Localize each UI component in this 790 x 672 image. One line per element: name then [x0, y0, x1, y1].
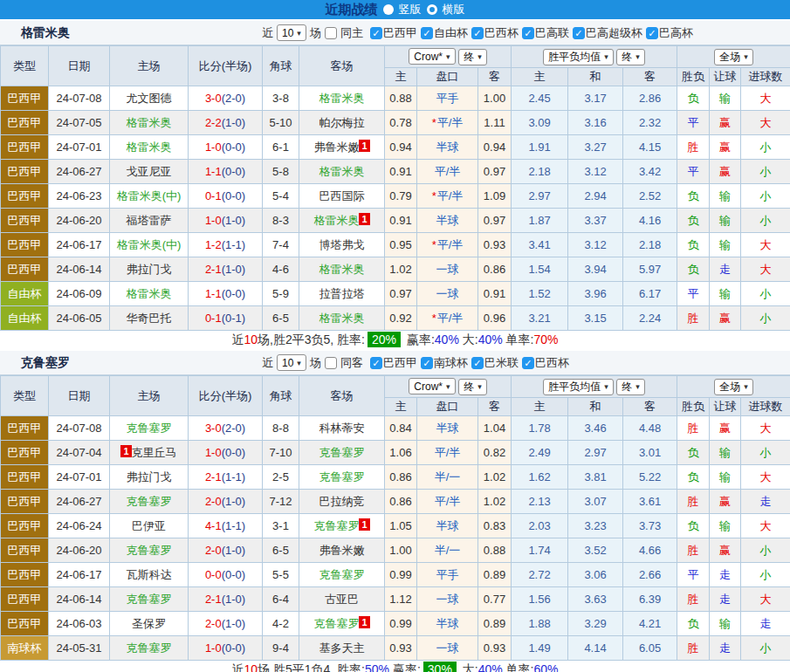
- odds-company-select[interactable]: Crow*▾: [409, 378, 455, 394]
- team-name: 格雷米奥: [0, 25, 70, 41]
- league-checkbox[interactable]: ✓: [646, 27, 658, 39]
- table-row: 巴西甲24-06-14克鲁塞罗2-1(1-0)6-4古亚巴1.12一球0.771…: [1, 587, 790, 612]
- league-label: 巴西杯: [535, 355, 569, 371]
- match-count-select[interactable]: 10▾: [277, 354, 306, 371]
- avg-home-odds: 3.09: [512, 111, 568, 135]
- col-score: 比分(半场): [189, 46, 263, 86]
- avg-draw-odds: 3.23: [568, 514, 623, 538]
- avg-away-odds: 4.15: [623, 135, 677, 160]
- league-checkbox[interactable]: ✓: [370, 27, 382, 39]
- avg-away-odds: 3.42: [623, 160, 677, 184]
- summary-line: 近10场,胜2平3负5, 胜率:20% 赢率:40% 大:40% 单率:70%: [0, 331, 790, 349]
- col-home: 主场: [110, 376, 189, 416]
- result-goals: 小: [741, 306, 790, 331]
- away-odds: 0.91: [478, 282, 512, 306]
- home-team: 福塔雷萨: [110, 209, 189, 233]
- result-outcome: 负: [677, 465, 710, 490]
- league-checkbox[interactable]: ✓: [421, 357, 433, 369]
- sub-away-odds: 客: [478, 398, 512, 416]
- league-filter: ✓巴西甲: [370, 355, 417, 371]
- fulltime-score: 1-0: [205, 446, 222, 459]
- home-team-name: 格雷米奥: [127, 116, 172, 129]
- away-odds: 0.82: [478, 441, 512, 465]
- fullmatch-select[interactable]: 全场▾: [714, 49, 753, 65]
- match-count-select[interactable]: 10▾: [277, 24, 306, 41]
- league-filter: ✓巴米联: [471, 355, 519, 371]
- league-label: 巴高杯: [659, 25, 693, 41]
- home-team: 弗拉门戈: [110, 465, 189, 490]
- league-checkbox[interactable]: ✓: [370, 357, 382, 369]
- result-handicap: 输: [710, 282, 741, 306]
- avg-home-odds: 1.49: [512, 636, 568, 661]
- avg-home-odds: 1.78: [512, 416, 568, 441]
- match-count-value: 10: [282, 357, 293, 369]
- result-goals: 大: [741, 111, 790, 135]
- away-team-name: 格雷米奥: [319, 312, 365, 325]
- fullmatch-select[interactable]: 全场▾: [714, 379, 753, 395]
- sub-avg-away: 客: [623, 398, 677, 416]
- avg-time-select[interactable]: 终▾: [616, 379, 645, 395]
- summary-text: 近: [232, 662, 244, 672]
- handicap-text: 半球: [436, 519, 459, 532]
- horizontal-layout-radio[interactable]: [427, 4, 437, 15]
- result-outcome: 负: [677, 86, 710, 111]
- summary-text: 单率:: [503, 662, 534, 672]
- sub-result: 胜负: [677, 398, 710, 416]
- league-filter: ✓巴高杯: [646, 25, 693, 41]
- vertical-layout-radio[interactable]: [383, 4, 394, 15]
- handicap: 一球: [417, 282, 478, 306]
- result-goals: 小: [741, 135, 790, 160]
- odds-time-select[interactable]: 终▾: [458, 379, 487, 395]
- score-cell: 3-0(2-0): [189, 86, 263, 111]
- avg-time-select[interactable]: 终▾: [616, 49, 645, 65]
- score-cell: 2-1(1-0): [189, 257, 263, 282]
- match-count-value: 10: [282, 27, 293, 39]
- league-checkbox[interactable]: ✓: [471, 27, 484, 39]
- fulltime-score: 1-0: [205, 641, 222, 655]
- result-handicap: 走: [710, 563, 741, 587]
- handicap: 半球: [417, 514, 478, 538]
- corner-count: 5-10: [263, 111, 299, 135]
- league-checkbox[interactable]: ✓: [573, 27, 585, 39]
- away-team: 弗鲁米嫩1: [299, 135, 385, 160]
- sub-avg-draw: 和: [568, 398, 623, 416]
- league-type-cell: 巴西甲: [1, 233, 49, 257]
- horizontal-layout-label: 横版: [443, 2, 465, 17]
- home-team: 克鲁塞罗: [110, 490, 189, 514]
- team-section-cruzeiro: 克鲁塞罗 近 10▾ 场 同客 ✓巴西甲✓南球杯✓巴米联✓巴西杯 类型 日期 主…: [0, 351, 790, 672]
- corner-count: 6-5: [263, 538, 299, 563]
- odds-company-select[interactable]: Crow*▾: [409, 48, 455, 65]
- score-cell: 1-0(0-0): [189, 441, 263, 465]
- fulltime-score: 2-2: [205, 116, 222, 129]
- same-venue-checkbox[interactable]: [325, 27, 337, 39]
- home-team-name: 华奇巴托: [127, 312, 172, 325]
- avg-away-odds: 6.05: [623, 636, 677, 661]
- fulltime-score: 1-0: [205, 141, 222, 154]
- avg-away-odds: 2.18: [623, 233, 677, 257]
- league-checkbox[interactable]: ✓: [471, 357, 484, 369]
- result-goals: 小: [741, 209, 790, 233]
- league-checkbox[interactable]: ✓: [522, 357, 534, 369]
- match-date: 24-06-17: [49, 233, 110, 257]
- league-type-cell: 自由杯: [1, 306, 49, 331]
- league-checkbox[interactable]: ✓: [421, 27, 433, 39]
- league-type-cell: 巴西甲: [1, 612, 49, 636]
- summary-text: 场,胜2平3负5, 胜率:: [258, 333, 365, 346]
- sub-handicap-result: 让球: [710, 68, 741, 86]
- avg-odds-select[interactable]: 胜平负均值▾: [543, 49, 614, 65]
- filter-bar: 近 10▾ 场 同主 ✓巴西甲✓自由杯✓巴西杯✓巴高联✓巴高超级杯✓巴高杯: [262, 24, 693, 41]
- same-venue-checkbox[interactable]: [325, 357, 337, 369]
- handicap-text: 半/一: [435, 544, 461, 557]
- handicap-text: 半球: [436, 617, 459, 630]
- avg-odds-select[interactable]: 胜平负均值▾: [543, 379, 614, 395]
- table-row: 巴西甲24-06-27克鲁塞罗2-0(1-0)7-12巴拉纳竞0.86平/半1.…: [1, 490, 790, 514]
- avg-away-odds: 5.97: [623, 257, 677, 282]
- odds-time-select[interactable]: 终▾: [458, 49, 487, 65]
- match-date: 24-06-05: [49, 306, 110, 331]
- handicap-text: 半球: [436, 141, 459, 154]
- corner-count: 4-6: [263, 257, 299, 282]
- league-checkbox[interactable]: ✓: [522, 27, 534, 39]
- away-odds: 0.77: [478, 587, 512, 612]
- league-type-cell: 巴西甲: [1, 441, 49, 465]
- match-date: 24-06-14: [49, 587, 110, 612]
